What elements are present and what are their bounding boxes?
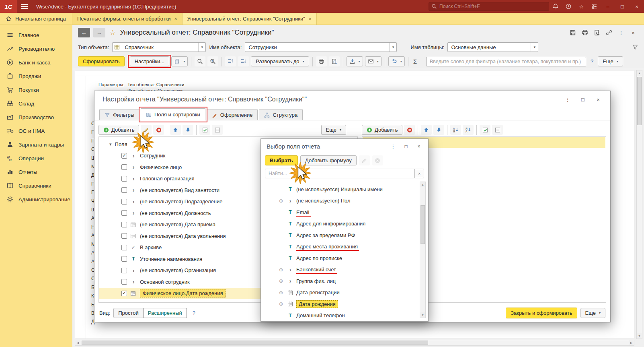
close-button[interactable]: ×: [630, 0, 644, 13]
main-menu-button[interactable]: [17, 0, 32, 13]
filter-funnel-icon[interactable]: [632, 44, 638, 50]
sidebar-item-otchety[interactable]: Отчеты: [0, 165, 72, 179]
move-down-button[interactable]: [433, 125, 444, 135]
field-label[interactable]: Уточнение наименования: [140, 256, 202, 262]
field-label[interactable]: Сотрудник: [140, 153, 165, 159]
tab-structure[interactable]: Структура: [259, 109, 303, 120]
scroll-up-icon[interactable]: ▲: [637, 70, 642, 76]
expand-plus-icon[interactable]: ⊕: [278, 290, 284, 295]
field-label[interactable]: В архиве: [140, 244, 162, 250]
picker-row[interactable]: TАдрес по прописке: [264, 252, 418, 264]
field-label[interactable]: (не используется) Подразделение: [140, 198, 222, 204]
favorites-button[interactable]: ☆: [575, 0, 588, 13]
field-label[interactable]: (не используется) Дата увольнения: [140, 233, 226, 239]
link-button[interactable]: [604, 28, 614, 37]
sidebar-item-glavnoe[interactable]: Главное: [0, 28, 72, 42]
sum-icon[interactable]: Σ: [412, 58, 418, 65]
object-type-combo[interactable]: Справочник ▾: [112, 42, 206, 52]
uncheck-all-button[interactable]: [212, 125, 223, 135]
chevron-right-icon[interactable]: ›: [130, 187, 137, 193]
forward-button[interactable]: →: [93, 28, 105, 37]
vertical-scrollbar[interactable]: ▲ ▼: [636, 70, 642, 339]
chevron-right-icon[interactable]: ›: [130, 164, 137, 170]
fields-more-button[interactable]: Еще▾: [321, 125, 346, 135]
picker-row[interactable]: TАдрес для информирования: [264, 218, 418, 230]
print-icon[interactable]: [316, 56, 327, 66]
history-button[interactable]: [562, 0, 575, 13]
generate-button[interactable]: Сформировать: [78, 56, 125, 66]
maximize-button[interactable]: □: [615, 0, 630, 13]
expand-plus-icon[interactable]: ⊕: [278, 278, 284, 284]
home-tab[interactable]: Начальная страница: [0, 13, 72, 25]
send-mail-button[interactable]: ▾: [365, 56, 381, 66]
picker-label[interactable]: Адрес места проживания: [296, 244, 358, 250]
field-label-highlighted[interactable]: Физическое лицо.Дата рождения: [140, 289, 226, 297]
expand-levels-icon[interactable]: [238, 56, 249, 66]
tab-printed-forms[interactable]: Печатные формы, отчеты и обработки ×: [72, 13, 183, 25]
picker-row[interactable]: ⊕Дата регистрации: [264, 287, 418, 299]
tab-close-icon[interactable]: ×: [174, 16, 177, 22]
select-button[interactable]: Выбрать: [265, 155, 298, 165]
edit-field-button[interactable]: [141, 125, 152, 135]
picker-label[interactable]: Адрес по прописке: [296, 255, 342, 261]
checkbox[interactable]: [121, 187, 127, 193]
notifications-button[interactable]: [549, 0, 562, 13]
picker-row[interactable]: ⊕›Банковский счет: [264, 264, 418, 276]
field-search-input[interactable]: [265, 169, 414, 178]
collapse-levels-icon[interactable]: [225, 56, 236, 66]
checkbox[interactable]: [121, 222, 127, 227]
field-label[interactable]: (не используется) Вид занятости: [140, 187, 219, 193]
sidebar-item-bank-kassa[interactable]: Банк и касса: [0, 56, 72, 69]
picker-scrollbar[interactable]: ▲ ▼: [420, 182, 426, 318]
checkbox[interactable]: [121, 210, 127, 216]
field-label[interactable]: (не используется) Дата приема: [140, 221, 215, 227]
maximize-icon[interactable]: □: [402, 144, 410, 149]
move-up-button[interactable]: [421, 125, 432, 135]
print-button[interactable]: [580, 28, 590, 37]
picker-row-selected[interactable]: ⊕Дата рождения: [264, 298, 418, 310]
picker-label[interactable]: (не используется) Инициалы имени: [296, 186, 383, 192]
chevron-right-icon[interactable]: ›: [130, 279, 137, 285]
global-search[interactable]: [429, 2, 549, 11]
checkbox[interactable]: [121, 233, 127, 239]
scroll-up-icon[interactable]: ▲: [420, 182, 425, 187]
settings-button[interactable]: Настройки...: [130, 56, 170, 66]
picker-label[interactable]: Группа физ. лиц: [296, 278, 336, 284]
field-label[interactable]: (не используется) Должность: [140, 210, 211, 216]
expand-plus-icon[interactable]: ⊕: [278, 301, 284, 307]
close-icon[interactable]: ×: [594, 97, 602, 103]
checkbox-checked[interactable]: [121, 291, 127, 296]
uncheck-all-button[interactable]: [492, 125, 503, 135]
picker-row[interactable]: TEmail: [264, 207, 418, 218]
chevron-right-icon[interactable]: ›: [130, 199, 137, 204]
add-formula-button[interactable]: Добавить формулу: [300, 155, 357, 165]
picker-label[interactable]: (не используется) Пол: [296, 198, 351, 204]
report-variants-button[interactable]: ▾: [171, 56, 188, 66]
expand-to-button[interactable]: Разворачивать до▾: [251, 56, 309, 66]
scroll-down-icon[interactable]: ▼: [637, 333, 642, 339]
picker-row[interactable]: TАдрес места проживания: [264, 241, 418, 253]
sidebar-item-sklad[interactable]: Склад: [0, 97, 72, 110]
delete-field-button[interactable]: [153, 125, 164, 135]
picker-row[interactable]: ⊕›(не используется) Пол: [264, 195, 418, 207]
sidebar-item-proizvodstvo[interactable]: Производство: [0, 110, 72, 124]
scroll-right-icon[interactable]: ▶: [629, 340, 634, 345]
tab-close-icon[interactable]: ×: [309, 16, 312, 22]
save-button[interactable]: [568, 28, 578, 37]
sort-descending-button[interactable]: ЯА: [463, 125, 474, 135]
expand-plus-icon[interactable]: ⊕: [278, 198, 284, 204]
help-button[interactable]: ?: [190, 310, 198, 316]
more-menu-icon[interactable]: ⋮: [616, 28, 626, 37]
global-search-input[interactable]: [439, 4, 546, 9]
chevron-right-icon[interactable]: ›: [130, 210, 137, 216]
chevron-down-icon[interactable]: ▾: [389, 43, 396, 52]
chevron-right-icon[interactable]: ›: [130, 268, 137, 273]
scroll-left-icon[interactable]: ◀: [75, 340, 80, 345]
print-preview-icon[interactable]: [329, 56, 340, 66]
add-sort-button[interactable]: Добавить: [362, 125, 402, 135]
object-name-combo[interactable]: Сотрудники ▾: [245, 42, 397, 52]
tab-filters[interactable]: Фильтры: [99, 109, 139, 120]
field-label[interactable]: (не используется) Организация: [140, 267, 216, 273]
help-button[interactable]: ?: [588, 58, 596, 64]
check-all-button[interactable]: [199, 125, 210, 135]
